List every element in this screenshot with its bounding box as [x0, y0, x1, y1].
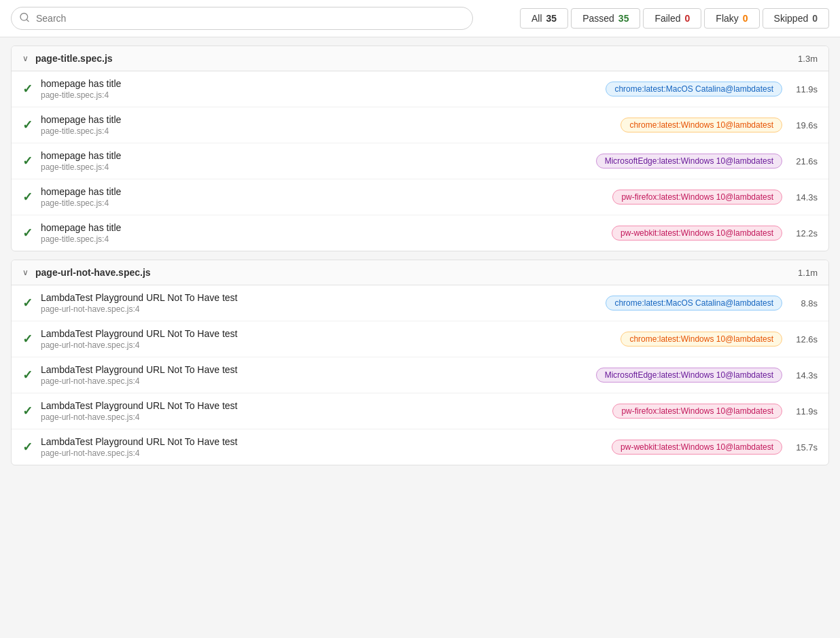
- test-duration: 12.2s: [790, 228, 818, 238]
- check-icon: ✓: [22, 440, 33, 455]
- browser-badge: MicrosoftEdge:latest:Windows 10@lambdate…: [596, 154, 782, 169]
- test-file: page-title.spec.js:4: [41, 90, 597, 100]
- check-icon: ✓: [22, 118, 33, 132]
- test-name: homepage has title: [41, 150, 588, 161]
- browser-badge: chrome:latest:Windows 10@lambdatest: [620, 332, 782, 347]
- test-name: LambdaTest Playground URL Not To Have te…: [41, 400, 604, 411]
- check-icon: ✓: [22, 82, 33, 96]
- test-info: homepage has titlepage-title.spec.js:4: [41, 186, 604, 208]
- filter-tab-count-all: 35: [546, 13, 557, 24]
- check-icon: ✓: [22, 332, 33, 347]
- filter-tab-count-skipped: 0: [812, 13, 818, 24]
- search-input[interactable]: [11, 7, 473, 30]
- browser-badge: pw-firefox:latest:Windows 10@lambdatest: [612, 190, 782, 205]
- test-info: LambdaTest Playground URL Not To Have te…: [41, 292, 597, 314]
- spec-header-name: page-title.spec.js: [35, 53, 791, 64]
- check-icon: ✓: [22, 226, 33, 241]
- content: ∨page-title.spec.js1.3m✓homepage has tit…: [0, 37, 840, 474]
- test-duration: 15.7s: [790, 442, 818, 453]
- spec-group-page-title: ∨page-title.spec.js1.3m✓homepage has tit…: [11, 46, 829, 251]
- table-row[interactable]: ✓homepage has titlepage-title.spec.js:4p…: [12, 179, 828, 215]
- check-icon: ✓: [22, 296, 33, 311]
- test-name: homepage has title: [41, 186, 604, 197]
- test-name: LambdaTest Playground URL Not To Have te…: [41, 436, 603, 447]
- filter-tab-failed[interactable]: Failed0: [643, 8, 701, 29]
- test-file: page-url-not-have.spec.js:4: [41, 412, 604, 422]
- table-row[interactable]: ✓LambdaTest Playground URL Not To Have t…: [12, 321, 828, 357]
- table-row[interactable]: ✓homepage has titlepage-title.spec.js:4c…: [12, 107, 828, 143]
- test-info: homepage has titlepage-title.spec.js:4: [41, 150, 588, 172]
- test-file: page-url-not-have.spec.js:4: [41, 376, 588, 386]
- test-file: page-title.spec.js:4: [41, 126, 612, 136]
- spec-header-time: 1.3m: [798, 54, 818, 64]
- test-info: LambdaTest Playground URL Not To Have te…: [41, 328, 612, 350]
- test-name: LambdaTest Playground URL Not To Have te…: [41, 364, 588, 375]
- filter-tabs: All35Passed35Failed0Flaky0Skipped0: [520, 8, 829, 29]
- test-file: page-title.spec.js:4: [41, 162, 588, 172]
- filter-tab-label-all: All: [531, 13, 542, 24]
- test-file: page-url-not-have.spec.js:4: [41, 448, 603, 458]
- test-info: LambdaTest Playground URL Not To Have te…: [41, 436, 603, 458]
- test-duration: 14.3s: [790, 370, 818, 380]
- test-name: LambdaTest Playground URL Not To Have te…: [41, 292, 597, 303]
- table-row[interactable]: ✓LambdaTest Playground URL Not To Have t…: [12, 429, 828, 465]
- browser-badge: pw-webkit:latest:Windows 10@lambdatest: [612, 226, 782, 241]
- table-row[interactable]: ✓LambdaTest Playground URL Not To Have t…: [12, 393, 828, 429]
- search-icon: [19, 12, 30, 25]
- browser-badge: pw-firefox:latest:Windows 10@lambdatest: [612, 404, 782, 419]
- test-duration: 11.9s: [790, 406, 818, 417]
- filter-tab-count-flaky: 0: [743, 13, 748, 24]
- test-duration: 12.6s: [790, 334, 818, 344]
- table-row[interactable]: ✓LambdaTest Playground URL Not To Have t…: [12, 357, 828, 393]
- test-name: homepage has title: [41, 222, 603, 233]
- svg-line-1: [27, 20, 29, 22]
- spec-header-page-url-not-have[interactable]: ∨page-url-not-have.spec.js1.1m: [12, 260, 828, 285]
- check-icon: ✓: [22, 190, 33, 205]
- filter-tab-all[interactable]: All35: [520, 8, 568, 29]
- spec-header-name: page-url-not-have.spec.js: [35, 267, 791, 278]
- spec-header-time: 1.1m: [798, 268, 818, 278]
- filter-tab-count-passed: 35: [618, 13, 629, 24]
- check-icon: ✓: [22, 154, 33, 169]
- test-duration: 14.3s: [790, 192, 818, 202]
- test-duration: 21.6s: [790, 156, 818, 166]
- test-info: homepage has titlepage-title.spec.js:4: [41, 114, 612, 136]
- table-row[interactable]: ✓homepage has titlepage-title.spec.js:4c…: [12, 71, 828, 107]
- test-info: homepage has titlepage-title.spec.js:4: [41, 78, 597, 100]
- browser-badge: chrome:latest:MacOS Catalina@lambdatest: [606, 296, 782, 311]
- spec-group-page-url-not-have: ∨page-url-not-have.spec.js1.1m✓LambdaTes…: [11, 260, 829, 465]
- table-row[interactable]: ✓homepage has titlepage-title.spec.js:4p…: [12, 215, 828, 251]
- chevron-down-icon: ∨: [22, 54, 29, 63]
- browser-badge: pw-webkit:latest:Windows 10@lambdatest: [612, 440, 782, 455]
- test-info: LambdaTest Playground URL Not To Have te…: [41, 364, 588, 386]
- test-duration: 11.9s: [790, 84, 818, 94]
- filter-tab-label-passed: Passed: [582, 13, 614, 24]
- browser-badge: chrome:latest:Windows 10@lambdatest: [620, 118, 782, 132]
- check-icon: ✓: [22, 368, 33, 383]
- test-name: LambdaTest Playground URL Not To Have te…: [41, 328, 612, 339]
- toolbar: All35Passed35Failed0Flaky0Skipped0: [0, 0, 840, 37]
- filter-tab-flaky[interactable]: Flaky0: [704, 8, 759, 29]
- filter-tab-label-failed: Failed: [654, 13, 680, 24]
- test-file: page-url-not-have.spec.js:4: [41, 340, 612, 350]
- filter-tab-label-flaky: Flaky: [716, 13, 738, 24]
- check-icon: ✓: [22, 404, 33, 419]
- test-info: LambdaTest Playground URL Not To Have te…: [41, 400, 604, 422]
- test-name: homepage has title: [41, 78, 597, 89]
- test-duration: 19.6s: [790, 120, 818, 130]
- spec-header-page-title[interactable]: ∨page-title.spec.js1.3m: [12, 46, 828, 71]
- filter-tab-label-skipped: Skipped: [774, 13, 809, 24]
- browser-badge: MicrosoftEdge:latest:Windows 10@lambdate…: [596, 368, 782, 383]
- test-name: homepage has title: [41, 114, 612, 125]
- test-info: homepage has titlepage-title.spec.js:4: [41, 222, 603, 244]
- test-file: page-title.spec.js:4: [41, 234, 603, 244]
- browser-badge: chrome:latest:MacOS Catalina@lambdatest: [606, 82, 782, 96]
- table-row[interactable]: ✓homepage has titlepage-title.spec.js:4M…: [12, 143, 828, 179]
- test-file: page-url-not-have.spec.js:4: [41, 304, 597, 314]
- test-duration: 8.8s: [790, 298, 818, 308]
- chevron-down-icon: ∨: [22, 268, 29, 277]
- test-file: page-title.spec.js:4: [41, 198, 604, 208]
- filter-tab-passed[interactable]: Passed35: [571, 8, 640, 29]
- table-row[interactable]: ✓LambdaTest Playground URL Not To Have t…: [12, 285, 828, 321]
- filter-tab-skipped[interactable]: Skipped0: [763, 8, 829, 29]
